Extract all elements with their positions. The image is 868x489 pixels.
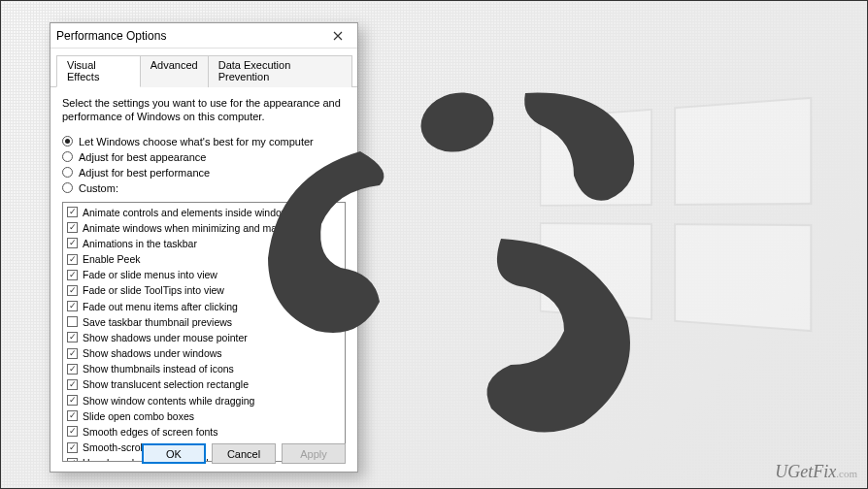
radio-label: Adjust for best appearance — [79, 151, 206, 163]
option-label: Show shadows under windows — [83, 346, 222, 360]
option-label: Fade or slide menus into view — [83, 268, 217, 281]
checkbox-icon — [67, 254, 78, 265]
checkbox-icon — [67, 395, 78, 406]
visual-effects-listbox[interactable]: Animate controls and elements inside win… — [62, 202, 346, 462]
tab-advanced[interactable]: Advanced — [140, 55, 209, 87]
option-label: Fade out menu items after clicking — [83, 300, 238, 313]
visual-effect-option[interactable]: Show translucent selection rectangle — [65, 376, 343, 392]
radio-icon — [62, 151, 73, 162]
radio-icon — [62, 182, 73, 193]
visual-effect-option[interactable]: Animate controls and elements inside win… — [65, 205, 343, 220]
watermark-brand: UGetFix — [775, 462, 836, 481]
option-label: Show thumbnails instead of icons — [83, 362, 234, 375]
option-label: Enable Peek — [83, 252, 141, 266]
checkbox-icon — [67, 207, 78, 217]
option-label: Animate windows when minimizing and maxi… — [83, 221, 314, 235]
checkbox-icon — [67, 301, 78, 311]
visual-effect-option[interactable]: Fade or slide menus into view — [65, 267, 343, 282]
visual-effect-option[interactable]: Enable Peek — [65, 251, 343, 267]
apply-button[interactable]: Apply — [282, 443, 346, 464]
close-icon — [333, 31, 343, 41]
visual-effect-option[interactable]: Animations in the taskbar — [65, 236, 343, 251]
cancel-button[interactable]: Cancel — [212, 443, 276, 464]
close-button[interactable] — [324, 26, 351, 46]
checkbox-icon — [67, 332, 78, 342]
windows-logo-graphic — [540, 97, 813, 333]
watermark-tld: .com — [836, 468, 857, 479]
radio-icon — [62, 167, 73, 178]
checkbox-icon — [67, 285, 78, 296]
option-label: Animations in the taskbar — [83, 237, 197, 250]
checkbox-icon — [67, 410, 78, 421]
radio-label: Adjust for best performance — [79, 167, 210, 179]
description-text: Select the settings you want to use for … — [62, 97, 346, 124]
visual-effect-option[interactable]: Show shadows under windows — [65, 345, 343, 361]
visual-effect-option[interactable]: Show window contents while dragging — [65, 393, 343, 408]
checkbox-icon — [67, 364, 78, 375]
checkbox-icon — [67, 348, 78, 359]
radio-option[interactable]: Adjust for best appearance — [62, 149, 346, 165]
ok-button[interactable]: OK — [142, 443, 206, 464]
tab-content-visual-effects: Select the settings you want to use for … — [50, 87, 357, 475]
visual-effect-option[interactable]: Slide open combo boxes — [65, 408, 343, 424]
watermark: UGetFix.com — [775, 462, 857, 482]
tab-strip: Visual EffectsAdvancedData Execution Pre… — [50, 49, 357, 87]
option-label: Show window contents while dragging — [83, 394, 254, 408]
radio-label: Custom: — [79, 182, 118, 194]
option-label: Show translucent selection rectangle — [83, 377, 249, 391]
checkbox-icon — [67, 379, 78, 390]
option-label: Fade or slide ToolTips into view — [83, 283, 224, 297]
performance-options-dialog: Performance Options Visual EffectsAdvanc… — [50, 22, 358, 473]
option-label: Slide open combo boxes — [83, 409, 194, 423]
radio-option[interactable]: Adjust for best performance — [62, 165, 346, 180]
dialog-button-row: OK Cancel Apply — [50, 443, 357, 464]
radio-label: Let Windows choose what's best for my co… — [79, 136, 314, 147]
option-label: Show shadows under mouse pointer — [83, 331, 248, 344]
visual-effect-option[interactable]: Fade or slide ToolTips into view — [65, 282, 343, 298]
radio-option[interactable]: Let Windows choose what's best for my co… — [62, 134, 346, 149]
visual-effect-option[interactable]: Animate windows when minimizing and maxi… — [65, 220, 343, 236]
tab-visual-effects[interactable]: Visual Effects — [56, 55, 141, 87]
option-label: Smooth edges of screen fonts — [83, 425, 218, 439]
effects-mode-radio-group: Let Windows choose what's best for my co… — [62, 134, 346, 196]
visual-effect-option[interactable]: Smooth edges of screen fonts — [65, 424, 343, 440]
radio-icon — [62, 136, 73, 147]
visual-effect-option[interactable]: Fade out menu items after clicking — [65, 299, 343, 314]
tab-data-execution-prevention[interactable]: Data Execution Prevention — [208, 55, 352, 87]
checkbox-icon — [67, 426, 78, 437]
dialog-title: Performance Options — [56, 29, 324, 43]
radio-option[interactable]: Custom: — [62, 180, 346, 196]
visual-effect-option[interactable]: Show thumbnails instead of icons — [65, 361, 343, 376]
checkbox-icon — [67, 270, 78, 280]
checkbox-icon — [67, 316, 78, 327]
dialog-titlebar: Performance Options — [50, 23, 357, 49]
visual-effect-option[interactable]: Save taskbar thumbnail previews — [65, 314, 343, 330]
checkbox-icon — [67, 222, 78, 233]
option-label: Animate controls and elements inside win… — [83, 206, 294, 219]
option-label: Save taskbar thumbnail previews — [83, 315, 232, 329]
checkbox-icon — [67, 238, 78, 248]
visual-effect-option[interactable]: Show shadows under mouse pointer — [65, 330, 343, 345]
